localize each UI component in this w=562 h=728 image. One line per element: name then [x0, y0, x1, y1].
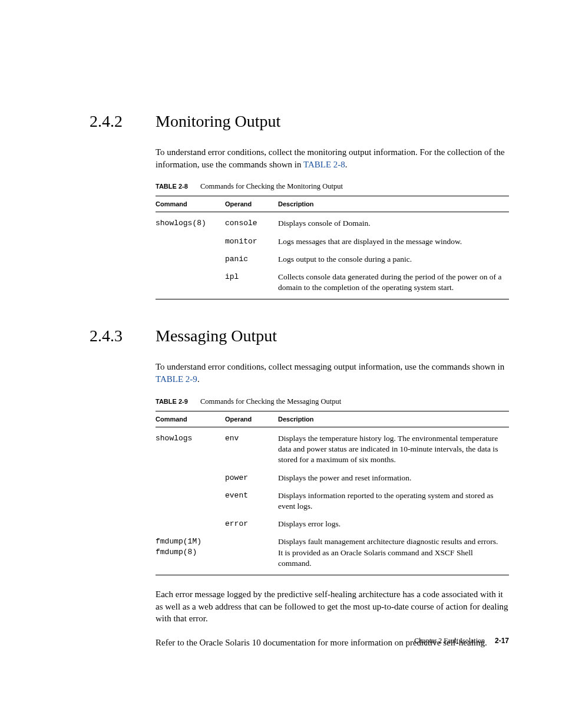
cell-description: Displays information reported to the ope… [278, 487, 509, 515]
heading-number: 2.4.3 [53, 327, 156, 345]
cell-operand: console [225, 212, 278, 233]
cell-description: Displays the temperature history log. Th… [278, 427, 509, 469]
cell-description: Logs output to the console during a pani… [278, 251, 509, 268]
col-header-command: Command [156, 196, 225, 212]
table-row: error Displays error logs. [156, 515, 509, 533]
cell-command [156, 268, 225, 299]
heading-number: 2.4.2 [53, 112, 156, 131]
cell-operand [225, 533, 278, 575]
cell-command: showlogs(8) [156, 212, 225, 233]
cell-operand: event [225, 487, 278, 515]
cell-operand: monitor [225, 233, 278, 251]
cell-command [156, 487, 225, 515]
cmd-line: fmdump(1M) [156, 537, 201, 546]
cell-command: showlogs [156, 427, 225, 469]
text: . [345, 160, 348, 169]
cell-description: Displays console of Domain. [278, 212, 509, 233]
table-row: power Displays the power and reset infor… [156, 469, 509, 487]
table-row: fmdump(1M) fmdump(8) Displays fault mana… [156, 533, 509, 575]
intro-242: To understand error conditions, collect … [156, 146, 509, 170]
caption-table-2-8: TABLE 2-8 Commands for Checking the Moni… [156, 182, 509, 191]
cell-description: Displays the power and reset information… [278, 469, 509, 487]
table-row: panic Logs output to the console during … [156, 251, 509, 268]
cell-description: Collects console data generated during t… [278, 268, 509, 299]
table-row: showlogs env Displays the temperature hi… [156, 427, 509, 469]
table-header-row: Command Operand Description [156, 196, 509, 212]
col-header-operand: Operand [225, 411, 278, 427]
table-row: ipl Collects console data generated duri… [156, 268, 509, 299]
text: To understand error conditions, collect … [156, 362, 504, 371]
cell-operand: power [225, 469, 278, 487]
table-2-9: Command Operand Description showlogs env… [156, 411, 509, 575]
cell-operand: error [225, 515, 278, 533]
heading-title: Monitoring Output [156, 112, 280, 131]
cell-operand: env [225, 427, 278, 469]
table-header-row: Command Operand Description [156, 411, 509, 427]
caption-text: Commands for Checking the Monitoring Out… [200, 182, 343, 190]
body-243: To understand error conditions, collect … [156, 361, 509, 648]
cell-operand: ipl [225, 268, 278, 299]
page: 2.4.2 Monitoring Output To understand er… [0, 0, 562, 728]
cmd-line: fmdump(8) [156, 548, 197, 556]
page-footer: Chapter 2 Fault Isolation 2-17 [414, 637, 509, 645]
xref-table-2-8[interactable]: TABLE 2-8 [303, 160, 345, 169]
trailing-p1: Each error message logged by the predict… [156, 588, 509, 625]
cell-command [156, 469, 225, 487]
col-header-description: Description [278, 411, 509, 427]
caption-label: TABLE 2-9 [156, 398, 188, 405]
cell-description: Logs messages that are displayed in the … [278, 233, 509, 251]
col-header-command: Command [156, 411, 225, 427]
cell-command: fmdump(1M) fmdump(8) [156, 533, 225, 575]
cell-operand: panic [225, 251, 278, 268]
cell-command [156, 233, 225, 251]
cell-command [156, 515, 225, 533]
col-header-operand: Operand [225, 196, 278, 212]
col-header-description: Description [278, 196, 509, 212]
intro-243: To understand error conditions, collect … [156, 361, 509, 385]
body-242: To understand error conditions, collect … [156, 146, 509, 299]
cell-description: Displays error logs. [278, 515, 509, 533]
heading-title: Messaging Output [156, 327, 277, 345]
table-2-8: Command Operand Description showlogs(8) … [156, 196, 509, 299]
caption-text: Commands for Checking the Messaging Outp… [200, 397, 341, 406]
xref-table-2-9[interactable]: TABLE 2-9 [156, 374, 197, 384]
table-row: event Displays information reported to t… [156, 487, 509, 515]
cell-description: Displays fault management architecture d… [278, 533, 509, 575]
caption-table-2-9: TABLE 2-9 Commands for Checking the Mess… [156, 397, 509, 406]
cell-command [156, 251, 225, 268]
heading-243: 2.4.3 Messaging Output [53, 327, 509, 345]
footer-page-number: 2-17 [495, 637, 509, 645]
heading-242: 2.4.2 Monitoring Output [53, 112, 509, 131]
table-row: monitor Logs messages that are displayed… [156, 233, 509, 251]
caption-label: TABLE 2-8 [156, 183, 188, 190]
text: . [197, 374, 200, 384]
footer-chapter: Chapter 2 Fault Isolation [414, 637, 485, 645]
table-row: showlogs(8) console Displays console of … [156, 212, 509, 233]
